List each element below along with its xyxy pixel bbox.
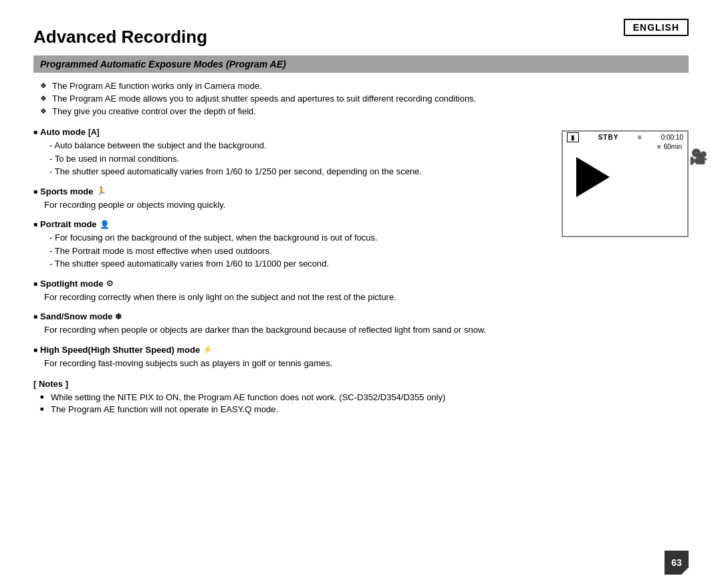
mode-sports: Sports mode 🏃 For recording people or ob… (33, 186, 548, 212)
portrait-desc-1: For focusing on the background of the su… (44, 231, 548, 245)
note-1: While setting the NITE PIX to ON, the Pr… (40, 392, 548, 402)
spotlight-icon: ⊙ (106, 279, 113, 288)
mode-highspeed: High Speed(High Shutter Speed) mode ⚡ Fo… (33, 345, 548, 370)
camera-battery-icon: ▮ (567, 134, 579, 141)
intro-item-2: The Program AE mode allows you to adjust… (40, 94, 689, 104)
mode-spotlight-desc: For recording correctly when there is on… (33, 291, 548, 304)
auto-desc-1: Auto balance between the subject and the… (44, 139, 548, 152)
battery-level: ▮ (567, 132, 579, 142)
text-area: Auto mode [A] Auto balance between the s… (33, 127, 548, 416)
camera-time: 0:00:10 (661, 134, 683, 141)
mode-sports-title: Sports mode 🏃 (33, 186, 548, 196)
mode-auto: Auto mode [A] Auto balance between the s… (33, 127, 548, 178)
mode-auto-desc: Auto balance between the subject and the… (33, 139, 548, 178)
page-container: ENGLISH Advanced Recording Programmed Au… (0, 0, 722, 588)
section-header: Programmed Automatic Exposure Modes (Pro… (33, 55, 689, 73)
main-content: Auto mode [A] Auto balance between the s… (33, 127, 689, 416)
intro-list: The Program AE function works only in Ca… (33, 81, 689, 116)
intro-item-3: They give you creative control over the … (40, 106, 689, 116)
mode-highspeed-title: High Speed(High Shutter Speed) mode ⚡ (33, 345, 548, 355)
play-triangle-icon (576, 157, 610, 197)
sandsnow-icon: ❄ (115, 312, 122, 321)
portrait-icon: 👤 (100, 220, 110, 229)
english-badge: ENGLISH (624, 19, 689, 36)
camera-play-area (563, 150, 687, 204)
mode-sports-desc: For recording people or objects moving q… (33, 198, 548, 212)
intro-item-1: The Program AE function works only in Ca… (40, 81, 689, 91)
camera-side-icon: 🎥 (689, 148, 707, 166)
mode-portrait-desc: For focusing on the background of the su… (33, 231, 548, 271)
notes-section: [ Notes ] While setting the NITE PIX to … (33, 379, 548, 414)
camera-area: ▮ STBY ≡ 0:00:10 ≡ 60min 🎥 (562, 127, 689, 416)
mode-spotlight-title: Spotlight mode ⊙ (33, 279, 548, 289)
camera-stby: STBY (598, 134, 619, 141)
mode-sandsnow: Sand/Snow mode ❄ For recording when peop… (33, 311, 548, 337)
portrait-desc-3: The shutter speed automatically varies f… (44, 257, 548, 271)
mode-spotlight: Spotlight mode ⊙ For recording correctly… (33, 279, 548, 304)
notes-title: [ Notes ] (33, 379, 548, 389)
mode-sandsnow-desc: For recording when people or objects are… (33, 323, 548, 337)
sports-icon: 🏃 (96, 186, 106, 196)
auto-icon: [A] (88, 128, 100, 137)
camera-top-bar: ▮ STBY ≡ 0:00:10 (563, 132, 687, 143)
portrait-desc-2: The Portrait mode is most effective when… (44, 245, 548, 258)
notes-list: While setting the NITE PIX to ON, the Pr… (33, 392, 548, 414)
page-title: Advanced Recording (33, 27, 689, 47)
tape-icon2: ≡ (657, 143, 661, 150)
camera-remaining: 60min (664, 143, 682, 150)
note-2: The Program AE function will not operate… (40, 404, 548, 414)
mode-portrait-title: Portrait mode 👤 (33, 219, 548, 229)
camera-remaining-row: ≡ 60min (563, 143, 687, 150)
mode-portrait: Portrait mode 👤 For focusing on the back… (33, 219, 548, 271)
mode-sandsnow-title: Sand/Snow mode ❄ (33, 311, 548, 321)
mode-highspeed-desc: For recording fast-moving subjects such … (33, 357, 548, 370)
camera-tape-icon: ≡ (638, 134, 642, 141)
mode-auto-title: Auto mode [A] (33, 127, 548, 137)
camera-display: ▮ STBY ≡ 0:00:10 ≡ 60min 🎥 (562, 130, 689, 237)
page-number: 63 (665, 551, 689, 575)
highspeed-icon: ⚡ (203, 345, 213, 354)
auto-desc-2: To be used in normal conditions. (44, 152, 548, 166)
auto-desc-3: The shutter speed automatically varies f… (44, 165, 548, 178)
